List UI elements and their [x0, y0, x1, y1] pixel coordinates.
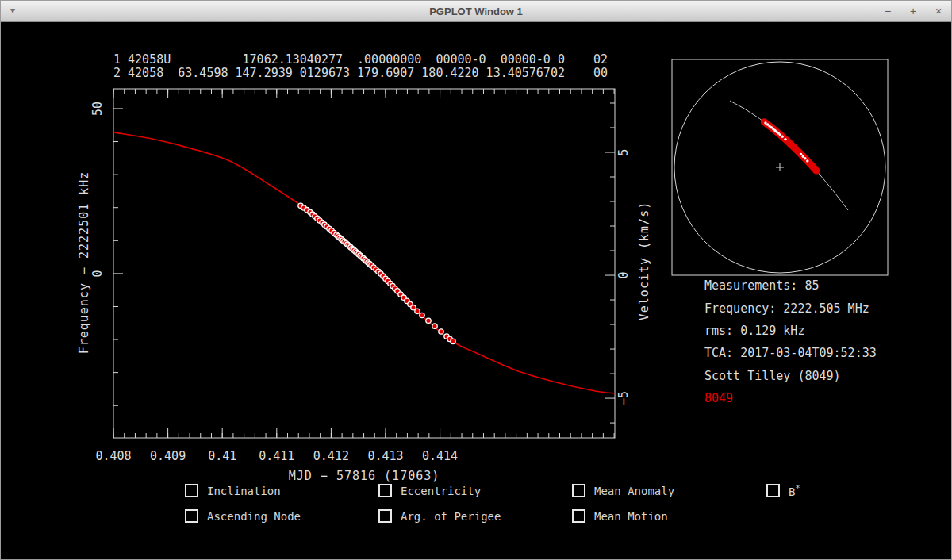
close-button[interactable]: × [934, 1, 943, 21]
mean-anomaly-checkbox[interactable] [572, 484, 585, 497]
x-tick-label: 0.408 [95, 449, 131, 463]
maximize-button[interactable]: + [908, 1, 918, 21]
mean-anomaly-label: Mean Anomaly [594, 485, 674, 497]
bstar-label: B* [789, 484, 800, 498]
mean-anomaly-option: Mean Anomaly [572, 484, 674, 497]
window-menu-icon[interactable]: ▾ [10, 5, 15, 16]
window-controls: − + × [883, 1, 943, 21]
eccentricity-label: Eccentricity [401, 485, 481, 497]
mean-motion-option: Mean Motion [572, 509, 668, 523]
y-right-tick-label: 0 [616, 272, 631, 279]
sky-measurement-dot [802, 155, 804, 158]
eccentricity-option: Eccentricity [378, 484, 481, 497]
x-tick-label: 0.412 [313, 449, 349, 463]
titlebar: ▾ PGPLOT Window 1 − + × [1, 1, 951, 22]
x-tick-label: 0.409 [150, 449, 186, 463]
measurements-count: Measurements: 85 [704, 278, 820, 293]
pgplot-window: 0.4080.4090.410.4110.4120.4130.414050−50… [0, 0, 952, 560]
minimize-button[interactable]: − [883, 1, 892, 21]
sky-measurement-dot [784, 138, 786, 140]
plot-frame [113, 89, 615, 438]
rms-value: rms: 0.129 kHz [704, 324, 804, 338]
y-axis-title-left: Frequency − 2222501 kHz [77, 144, 91, 382]
inclination-label: Inclination [207, 485, 281, 497]
sky-measurement-dot [806, 159, 808, 162]
measurement-point [426, 318, 431, 323]
arg-perigee-checkbox[interactable] [378, 509, 392, 523]
x-tick-label: 0.41 [208, 449, 236, 463]
mean-motion-label: Mean Motion [594, 510, 668, 523]
measurement-point [415, 309, 420, 313]
sky-measurement-dot [764, 121, 766, 124]
y-left-tick-label: 0 [90, 270, 105, 277]
mean-motion-checkbox[interactable] [572, 509, 585, 523]
frequency-value: Frequency: 2222.505 MHz [704, 301, 869, 316]
inclination-option: Inclination [185, 484, 281, 497]
sky-measurement-dot [781, 136, 783, 138]
observer-name: Scott Tilley (8049) [704, 369, 841, 383]
x-tick-label: 0.411 [259, 449, 294, 463]
tle-line-2: 2 42058 63.4598 147.2939 0129673 179.690… [113, 66, 608, 80]
measurement-point [432, 324, 437, 328]
measurement-point [420, 313, 424, 317]
arg-perigee-label: Arg. of Perigee [401, 510, 501, 523]
ascending-node-option: Ascending Node [185, 509, 301, 523]
eccentricity-checkbox[interactable] [378, 484, 392, 497]
bstar-option: B* [766, 484, 800, 498]
x-tick-label: 0.414 [422, 449, 458, 463]
arg-perigee-option: Arg. of Perigee [378, 509, 501, 523]
observer-id: 8049 [704, 391, 733, 405]
ascending-node-checkbox[interactable] [185, 509, 198, 523]
sky-track [730, 101, 848, 210]
y-right-tick-label: −5 [616, 391, 631, 405]
sky-measurement-dot [800, 153, 802, 155]
tle-line-1: 1 42058U 17062.13040277 .00000000 00000-… [113, 52, 608, 67]
y-left-tick-label: 50 [90, 102, 105, 116]
sky-measurement-dot [779, 133, 781, 136]
y-axis-title-right: Velocity (km/s) [637, 142, 651, 380]
measurement-point [439, 329, 443, 334]
window-title: PGPLOT Window 1 [1, 6, 951, 17]
measurement-point [451, 339, 455, 343]
bstar-sup: * [795, 484, 800, 493]
tca-value: TCA: 2017-03-04T09:52:33 [704, 346, 877, 360]
ascending-node-label: Ascending Node [207, 510, 301, 523]
y-right-tick-label: 5 [616, 148, 631, 155]
inclination-checkbox[interactable] [185, 484, 198, 497]
bstar-checkbox[interactable] [766, 484, 780, 497]
x-axis-title: MJD − 57816 (17063) [205, 469, 523, 483]
sky-measurement-dot [804, 157, 806, 159]
x-tick-label: 0.413 [367, 449, 403, 463]
